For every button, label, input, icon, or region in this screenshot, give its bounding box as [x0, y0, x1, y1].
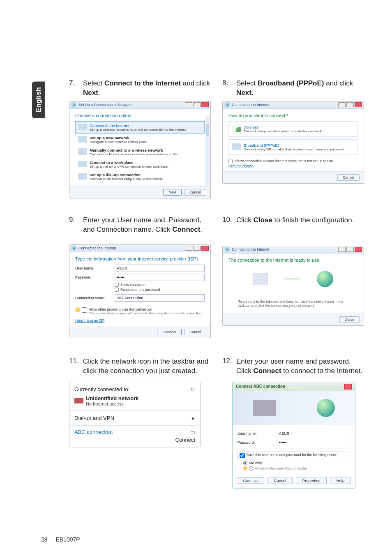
step-number: 7. [69, 79, 83, 98]
password-label: Password: [238, 440, 273, 445]
show-options-label: Show connection options that this comput… [235, 159, 333, 163]
step-number: 10. [222, 216, 236, 225]
close-icon[interactable] [201, 246, 209, 251]
option-manual-wireless[interactable]: Manually connect to a wireless networkCo… [75, 146, 205, 158]
show-options-checkbox[interactable] [228, 159, 233, 163]
save-credentials-label: Save this user name and password for the… [247, 453, 337, 457]
maximize-icon[interactable] [346, 102, 354, 107]
step-text: Enter your User name and, Password, and … [83, 216, 211, 235]
connect-button[interactable]: Connect [175, 437, 195, 443]
modem-icon [232, 143, 241, 150]
dialog-title: Connect ABC connection [236, 384, 285, 389]
cancel-button[interactable]: Cancel [184, 189, 206, 196]
close-icon[interactable] [355, 247, 362, 252]
page-content: 7. Select Connect to the Internet and cl… [69, 79, 364, 489]
minimize-icon[interactable] [185, 102, 192, 107]
refresh-icon[interactable]: ↻ [190, 386, 195, 393]
step-11: 11. Click the network icon in the taskba… [69, 357, 211, 376]
option-workplace[interactable]: Connect to a workplaceSet up a dial-up o… [75, 158, 205, 171]
cancel-button[interactable]: Cancel [267, 477, 293, 484]
step-text: Select Broadband (PPPoE) and click Next. [236, 79, 364, 98]
step-12: 12. Enter your user name and password. C… [222, 357, 364, 376]
dialog-heading: The connection to the Internet is ready … [228, 258, 358, 263]
popup-heading: Currently connected to: [74, 386, 129, 392]
banner [233, 391, 355, 425]
option-broadband[interactable]: Broadband (PPPoE)Connect using DSL or ca… [228, 139, 358, 155]
password-field[interactable] [115, 274, 205, 281]
globe-icon [317, 271, 333, 287]
page-footer: 28 EB1007P [41, 536, 80, 543]
next-button[interactable]: Next [163, 189, 182, 196]
dialog-connection-ready: ◄ Connect to the Internet The connection… [222, 246, 364, 326]
username-field[interactable] [115, 265, 205, 272]
me-only-radio[interactable] [243, 461, 247, 465]
dialog-connect-abc: Connect ABC connection User name: Passwo… [232, 382, 355, 489]
username-label: User name: [238, 431, 273, 436]
minimize-icon[interactable] [185, 246, 192, 251]
globe-icon [317, 399, 335, 417]
scrollbar[interactable] [205, 115, 210, 186]
username-field[interactable] [277, 430, 350, 437]
step-number: 12. [222, 357, 236, 376]
connection-name-field[interactable] [115, 294, 205, 302]
step-7: 7. Select Connect to the Internet and cl… [69, 79, 211, 98]
step-number: 8. [222, 79, 236, 98]
maximize-icon[interactable] [346, 247, 354, 252]
remember-password-label: Remember this password [120, 288, 160, 292]
back-icon[interactable]: ◄ [224, 247, 230, 252]
allow-others-checkbox[interactable] [82, 307, 87, 313]
chevron-up-icon[interactable]: ▲ [191, 415, 195, 420]
step-text: Enter your user name and password. Click… [236, 357, 364, 376]
back-icon[interactable]: ◄ [71, 245, 77, 251]
dialog-heading: How do you want to connect? [228, 113, 358, 118]
save-credentials-checkbox[interactable] [240, 453, 245, 458]
option-connect-internet[interactable]: Connect to the InternetSet up a wireless… [75, 121, 205, 134]
username-label: User name: [75, 266, 111, 270]
section-label: Dial-up and VPN [74, 415, 114, 421]
allow-others-desc: This option allows anyone with access to… [89, 311, 203, 315]
back-icon[interactable]: ◄ [224, 102, 230, 108]
shield-icon [75, 307, 80, 312]
cancel-button[interactable]: Cancel [337, 174, 360, 181]
remember-password-checkbox[interactable] [115, 288, 119, 292]
connection-name-label: Connection name: [75, 296, 111, 300]
anyone-radio[interactable] [249, 466, 253, 470]
properties-button[interactable]: Properties [296, 477, 327, 484]
password-field[interactable] [277, 439, 350, 446]
dialog-title: Connect to the Internet [78, 246, 185, 250]
ready-banner [228, 266, 358, 292]
back-icon[interactable]: ◄ [71, 102, 77, 108]
network-status: No Internet access [86, 401, 139, 406]
shield-icon [243, 466, 247, 470]
step-text: Select Connect to the Internet and click… [83, 79, 211, 98]
step-8: 8. Select Broadband (PPPoE) and click Ne… [222, 79, 364, 98]
step-9: 9. Enter your User name and, Password, a… [69, 216, 211, 235]
page-number: 28 [41, 536, 48, 543]
connect-button[interactable]: Connect [237, 477, 264, 484]
option-wireless[interactable]: WirelessConnect using a wireless router … [228, 121, 358, 137]
close-icon[interactable] [344, 384, 352, 389]
maximize-icon[interactable] [193, 102, 201, 107]
maximize-icon[interactable] [193, 246, 201, 251]
close-button[interactable]: Close [339, 316, 360, 323]
close-icon[interactable] [355, 102, 362, 107]
step-text: Click Close to finish the configuration. [236, 216, 354, 225]
connection-name: ABC connection [74, 429, 113, 435]
step-number: 9. [69, 216, 83, 235]
cancel-button[interactable]: Cancel [184, 329, 206, 335]
minimize-icon[interactable] [338, 247, 346, 252]
option-dialup[interactable]: Set up a dial-up connectionConnect to th… [75, 171, 205, 183]
allow-others-label: Allow other people to use this connectio… [89, 307, 203, 311]
close-icon[interactable] [201, 102, 209, 107]
me-only-label: Me only [249, 461, 262, 465]
minimize-icon[interactable] [338, 102, 346, 107]
show-characters-label: Show characters [120, 283, 146, 287]
connect-button[interactable]: Connect [157, 329, 182, 335]
dialog-title: Connect to the Internet [232, 247, 338, 251]
connection-item[interactable]: ABC connection ▭ [69, 426, 200, 437]
no-isp-link[interactable]: I don't have an ISP [75, 318, 205, 323]
option-new-network[interactable]: Set up a new networkConfigure a new rout… [75, 134, 205, 146]
show-characters-checkbox[interactable] [115, 283, 119, 287]
help-button[interactable]: Help [330, 477, 351, 484]
help-me-choose-link[interactable]: Help me choose [228, 164, 358, 168]
